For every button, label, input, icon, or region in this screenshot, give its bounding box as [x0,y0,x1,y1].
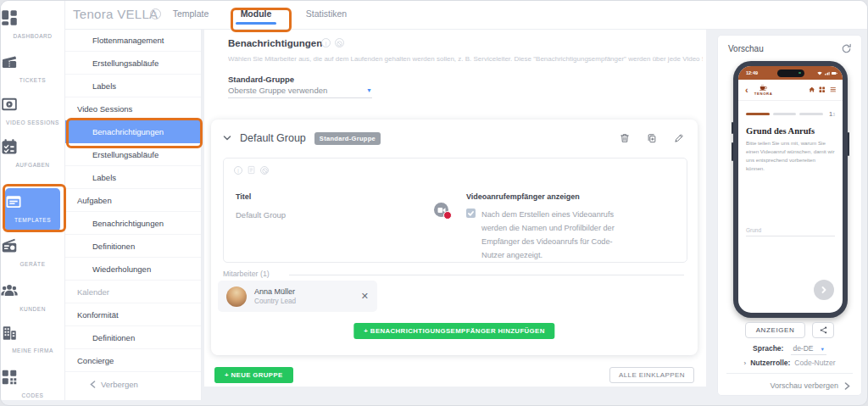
group-card: Default Group Standard-Gruppe i Titel De… [211,120,698,355]
tab-statistiken[interactable]: Statistiken [300,1,353,27]
section-title-icons: i [321,38,344,47]
codes-icon [1,369,64,386]
nav-item-wiederholungen[interactable]: Wiederholungen [64,258,201,281]
mute-icon[interactable] [260,166,269,175]
collapse-all-button[interactable]: ALLE EINKLAPPEN [609,367,694,383]
sidebar-item-label: CODES [22,392,44,398]
divider [289,275,684,275]
reason-input[interactable]: Grund [746,227,835,236]
nav-section-concierge[interactable]: Concierge [64,349,201,372]
checkbox-checked[interactable] [466,209,476,218]
language-row: Sprache: de-DE ▼ [718,344,861,355]
member-role: Country Lead [254,298,296,305]
add-recipient-button[interactable]: + BENACHRICHTIGUNGSEMPFÄNGER HINZUFÜGEN [353,323,554,339]
phone-nav-icons [809,86,837,93]
chevron-down-icon[interactable] [223,134,231,142]
user-role-row[interactable]: › Nutzerrolle: Code-Nutzer [718,359,861,367]
brand-name: TENORA [754,92,773,96]
sidebar-item-label: MEINE FIRMA [12,348,53,353]
sidebar-item-tickets[interactable]: TICKETS [1,53,64,86]
grid-icon[interactable] [819,86,826,93]
member-name: Anna Müller [254,287,296,296]
video-recipients-field: Videoanrufempfänger anzeigen Nach dem Er… [466,192,619,262]
share-icon [820,326,827,334]
nav-collapse-button[interactable]: Verbergen [64,372,201,396]
nav-item-labels-2[interactable]: Labels [64,166,201,189]
hide-preview-link[interactable]: Vorschau verbergen [770,381,850,390]
nav-item-erstellungsablaeufe-2[interactable]: Erstellungsabläufe [64,143,201,166]
step-indicator: 13 [829,110,835,118]
info-icon[interactable]: i [150,8,161,19]
share-button[interactable] [812,322,834,338]
notification-badge [443,211,452,220]
language-value: de-DE [793,344,813,353]
nav-item-definitionen-2[interactable]: Definitionen [64,326,201,349]
nav-item-erstellungsablaeufe[interactable]: Erstellungsabläufe [64,52,201,75]
chevron-right-icon: › [743,359,746,367]
trash-icon[interactable] [620,133,630,143]
sidebar-item-codes[interactable]: CODES [1,369,64,401]
group-title: Default Group [240,132,306,144]
nav-item-flottenmanagement[interactable]: Flottenmanagement [64,29,201,52]
sidebar-item-video-sessions[interactable]: VIDEO SESSIONS [1,96,64,128]
note-icon[interactable] [248,165,255,175]
chevron-down-icon: ▼ [821,347,825,352]
info-icon[interactable]: i [321,38,331,47]
language-select[interactable]: de-DE ▼ [791,344,826,355]
next-fab-button[interactable] [814,280,834,300]
geraete-icon [1,237,64,254]
sidebar-item-aufgaben[interactable]: AUFGABEN [1,138,64,170]
icon-sidebar: DASHBOARD TICKETS VIDEO SESSIONS AUFGABE… [1,1,65,400]
chevron-left-icon [90,381,96,388]
status-icons [817,71,837,75]
group-card-header: Default Group Standard-Gruppe [223,128,684,148]
tab-template[interactable]: Template [171,1,210,27]
section-title: Benachrichtigungen [228,38,322,48]
standard-group-badge: Standard-Gruppe [314,132,381,145]
nav-section-konformitaet[interactable]: Konformität [64,303,201,326]
home-icon[interactable] [809,86,815,93]
menu-icon[interactable] [830,86,837,93]
sidebar-item-dashboard[interactable]: DASHBOARD [1,9,64,42]
sidebar-item-kunden[interactable]: KUNDEN [1,282,64,314]
brand-logo: TENORA [754,84,773,96]
standard-group-select[interactable]: Oberste Gruppe verwenden ▼ [228,86,372,98]
sidebar-item-geraete[interactable]: GERÄTE [1,237,64,270]
mute-icon[interactable] [335,38,344,47]
sidebar-item-label: KUNDEN [19,306,46,312]
phone-app-header: ‹ TENORA [738,80,843,101]
titel-field: Titel Default Group [236,192,286,220]
video-sessions-icon [1,96,64,113]
pencil-icon[interactable] [674,133,684,143]
wifi-icon [817,71,822,75]
video-recipients-label: Videoanrufempfänger anzeigen [466,192,619,201]
nav-section-video-sessions[interactable]: Video Sessions [64,97,201,120]
titel-label: Titel [236,192,286,201]
meine-firma-icon [1,324,64,341]
nav-section-kalender[interactable]: Kalender [64,281,201,303]
new-group-button[interactable]: + NEUE GRUPPE [214,367,293,383]
info-icon[interactable]: i [234,166,242,175]
copy-icon[interactable] [647,133,657,143]
show-button[interactable]: ANZEIGEN [745,322,806,338]
nav-section-aufgaben[interactable]: Aufgaben [64,189,201,212]
phone-screen: 12:49 ‹ TENORA [738,66,843,313]
progress-segment [799,113,823,115]
sidebar-item-templates[interactable]: TEMPLATES [5,188,60,231]
sidebar-item-label: DASHBOARD [13,33,52,39]
video-call-icon [434,203,448,217]
tab-module[interactable]: Module [236,1,276,27]
refresh-icon[interactable] [841,43,852,54]
back-icon[interactable]: ‹ [745,85,748,95]
nav-item-labels[interactable]: Labels [64,75,201,97]
sidebar-item-meine-firma[interactable]: MEINE FIRMA [1,324,64,356]
nav-item-definitionen[interactable]: Definitionen [64,235,201,258]
nav-item-benachrichtigungen-2[interactable]: Benachrichtigungen [64,212,201,235]
preview-title: Vorschau [728,44,764,53]
hide-preview-label: Vorschau verbergen [770,381,838,390]
close-icon[interactable]: ✕ [361,291,369,302]
group-mini-icons: i [234,165,269,175]
nav-item-benachrichtigungen[interactable]: Benachrichtigungen [64,120,201,143]
sidebar-item-label: TEMPLATES [14,217,51,223]
sidebar-item-label: AUFGABEN [15,162,49,168]
